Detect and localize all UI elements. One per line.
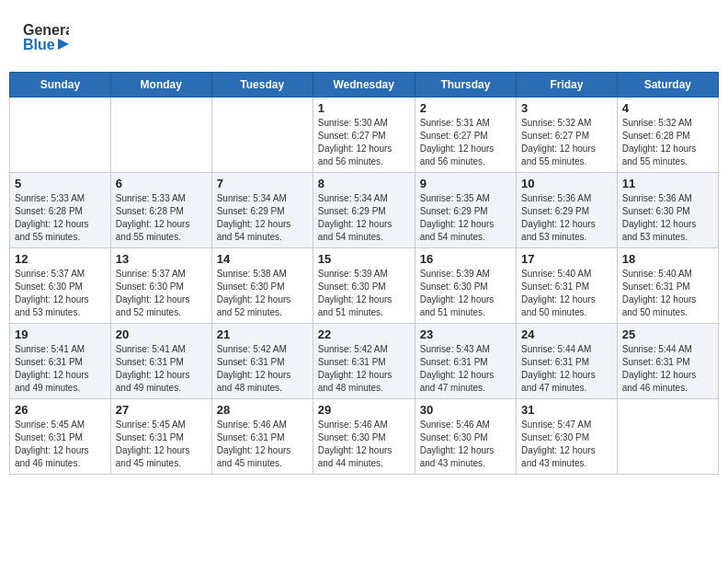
day-info: Sunrise: 5:34 AM Sunset: 6:29 PM Dayligh… [217,192,308,244]
day-info: Sunrise: 5:41 AM Sunset: 6:31 PM Dayligh… [15,343,106,395]
calendar-table: SundayMondayTuesdayWednesdayThursdayFrid… [9,72,719,475]
day-number: 2 [420,101,511,115]
calendar-cell: 7Sunrise: 5:34 AM Sunset: 6:29 PM Daylig… [211,173,313,248]
calendar-cell: 25Sunrise: 5:44 AM Sunset: 6:31 PM Dayli… [617,324,718,399]
day-number: 24 [521,327,612,341]
page-header: General Blue [9,9,719,64]
day-number: 8 [318,177,410,190]
day-info: Sunrise: 5:43 AM Sunset: 6:31 PM Dayligh… [420,343,511,395]
day-info: Sunrise: 5:47 AM Sunset: 6:30 PM Dayligh… [521,419,612,470]
calendar-cell [617,399,718,475]
day-info: Sunrise: 5:34 AM Sunset: 6:29 PM Dayligh… [318,192,410,244]
calendar-cell: 15Sunrise: 5:39 AM Sunset: 6:30 PM Dayli… [313,248,415,324]
day-info: Sunrise: 5:41 AM Sunset: 6:31 PM Dayligh… [116,343,207,395]
calendar-cell: 1Sunrise: 5:30 AM Sunset: 6:27 PM Daylig… [313,98,415,173]
svg-marker-2 [58,39,69,50]
day-number: 21 [217,327,308,341]
calendar-week-row: 26Sunrise: 5:45 AM Sunset: 6:31 PM Dayli… [10,399,719,475]
calendar-cell: 23Sunrise: 5:43 AM Sunset: 6:31 PM Dayli… [415,324,516,399]
calendar-cell [211,98,313,173]
calendar-cell: 27Sunrise: 5:45 AM Sunset: 6:31 PM Dayli… [110,399,211,475]
day-number: 25 [622,327,713,341]
day-info: Sunrise: 5:45 AM Sunset: 6:31 PM Dayligh… [116,419,207,470]
day-info: Sunrise: 5:32 AM Sunset: 6:27 PM Dayligh… [521,117,612,168]
day-info: Sunrise: 5:45 AM Sunset: 6:31 PM Dayligh… [15,419,106,470]
calendar-cell: 31Sunrise: 5:47 AM Sunset: 6:30 PM Dayli… [517,399,618,475]
day-number: 18 [622,252,713,266]
day-number: 16 [420,252,511,266]
day-info: Sunrise: 5:40 AM Sunset: 6:31 PM Dayligh… [622,268,713,319]
day-number: 23 [420,327,511,341]
calendar-cell: 6Sunrise: 5:33 AM Sunset: 6:28 PM Daylig… [110,173,211,248]
day-info: Sunrise: 5:44 AM Sunset: 6:31 PM Dayligh… [622,343,713,395]
calendar-week-row: 12Sunrise: 5:37 AM Sunset: 6:30 PM Dayli… [10,248,719,324]
calendar-day-header: Wednesday [313,73,415,98]
day-number: 29 [318,403,410,417]
calendar-cell: 26Sunrise: 5:45 AM Sunset: 6:31 PM Dayli… [10,399,111,475]
calendar-week-row: 19Sunrise: 5:41 AM Sunset: 6:31 PM Dayli… [10,324,719,399]
day-number: 7 [217,177,308,190]
calendar-cell [10,98,111,173]
day-info: Sunrise: 5:32 AM Sunset: 6:28 PM Dayligh… [622,117,713,168]
calendar-cell: 17Sunrise: 5:40 AM Sunset: 6:31 PM Dayli… [517,248,618,324]
day-info: Sunrise: 5:37 AM Sunset: 6:30 PM Dayligh… [116,268,207,319]
calendar-day-header: Sunday [10,73,111,98]
calendar-header-row: SundayMondayTuesdayWednesdayThursdayFrid… [10,73,719,98]
day-info: Sunrise: 5:35 AM Sunset: 6:29 PM Dayligh… [420,192,511,244]
day-info: Sunrise: 5:38 AM Sunset: 6:30 PM Dayligh… [217,268,308,319]
day-info: Sunrise: 5:39 AM Sunset: 6:30 PM Dayligh… [318,268,410,319]
calendar-cell: 13Sunrise: 5:37 AM Sunset: 6:30 PM Dayli… [110,248,211,324]
calendar-cell: 29Sunrise: 5:46 AM Sunset: 6:30 PM Dayli… [313,399,415,475]
day-number: 1 [318,101,410,115]
day-info: Sunrise: 5:39 AM Sunset: 6:30 PM Dayligh… [420,268,511,319]
calendar-day-header: Tuesday [211,73,313,98]
calendar-cell: 10Sunrise: 5:36 AM Sunset: 6:29 PM Dayli… [517,173,618,248]
calendar-cell: 11Sunrise: 5:36 AM Sunset: 6:30 PM Dayli… [617,173,718,248]
calendar-cell: 4Sunrise: 5:32 AM Sunset: 6:28 PM Daylig… [617,98,718,173]
calendar-day-header: Thursday [415,73,516,98]
day-info: Sunrise: 5:33 AM Sunset: 6:28 PM Dayligh… [116,192,207,244]
day-info: Sunrise: 5:46 AM Sunset: 6:30 PM Dayligh… [318,419,410,470]
day-number: 10 [521,177,612,190]
calendar-week-row: 5Sunrise: 5:33 AM Sunset: 6:28 PM Daylig… [10,173,719,248]
calendar-cell: 14Sunrise: 5:38 AM Sunset: 6:30 PM Dayli… [211,248,313,324]
calendar-cell: 2Sunrise: 5:31 AM Sunset: 6:27 PM Daylig… [415,98,516,173]
calendar-cell: 22Sunrise: 5:42 AM Sunset: 6:31 PM Dayli… [313,324,415,399]
calendar-cell: 9Sunrise: 5:35 AM Sunset: 6:29 PM Daylig… [415,173,516,248]
calendar-cell [110,98,211,173]
day-info: Sunrise: 5:40 AM Sunset: 6:31 PM Dayligh… [521,268,612,319]
calendar-cell: 16Sunrise: 5:39 AM Sunset: 6:30 PM Dayli… [415,248,516,324]
logo: General Blue [23,18,69,60]
day-info: Sunrise: 5:44 AM Sunset: 6:31 PM Dayligh… [521,343,612,395]
calendar-cell: 20Sunrise: 5:41 AM Sunset: 6:31 PM Dayli… [110,324,211,399]
day-number: 27 [116,403,207,417]
day-info: Sunrise: 5:46 AM Sunset: 6:31 PM Dayligh… [217,419,308,470]
day-info: Sunrise: 5:31 AM Sunset: 6:27 PM Dayligh… [420,117,511,168]
day-number: 20 [116,327,207,341]
calendar-cell: 3Sunrise: 5:32 AM Sunset: 6:27 PM Daylig… [517,98,618,173]
day-number: 9 [420,177,511,190]
svg-text:General: General [23,22,69,38]
day-info: Sunrise: 5:42 AM Sunset: 6:31 PM Dayligh… [318,343,410,395]
day-number: 31 [521,403,612,417]
calendar-cell: 24Sunrise: 5:44 AM Sunset: 6:31 PM Dayli… [517,324,618,399]
calendar-cell: 5Sunrise: 5:33 AM Sunset: 6:28 PM Daylig… [10,173,111,248]
day-number: 11 [622,177,713,190]
calendar-day-header: Friday [517,73,618,98]
calendar-week-row: 1Sunrise: 5:30 AM Sunset: 6:27 PM Daylig… [10,98,719,173]
day-info: Sunrise: 5:36 AM Sunset: 6:30 PM Dayligh… [622,192,713,244]
day-number: 5 [15,177,106,190]
day-number: 26 [15,403,106,417]
calendar-day-header: Monday [110,73,211,98]
calendar-cell: 8Sunrise: 5:34 AM Sunset: 6:29 PM Daylig… [313,173,415,248]
day-number: 17 [521,252,612,266]
day-info: Sunrise: 5:36 AM Sunset: 6:29 PM Dayligh… [521,192,612,244]
day-info: Sunrise: 5:33 AM Sunset: 6:28 PM Dayligh… [15,192,106,244]
calendar-cell: 12Sunrise: 5:37 AM Sunset: 6:30 PM Dayli… [10,248,111,324]
day-info: Sunrise: 5:42 AM Sunset: 6:31 PM Dayligh… [217,343,308,395]
logo-icon: General Blue [23,18,69,60]
day-number: 14 [217,252,308,266]
day-number: 12 [15,252,106,266]
day-number: 22 [318,327,410,341]
day-number: 15 [318,252,410,266]
